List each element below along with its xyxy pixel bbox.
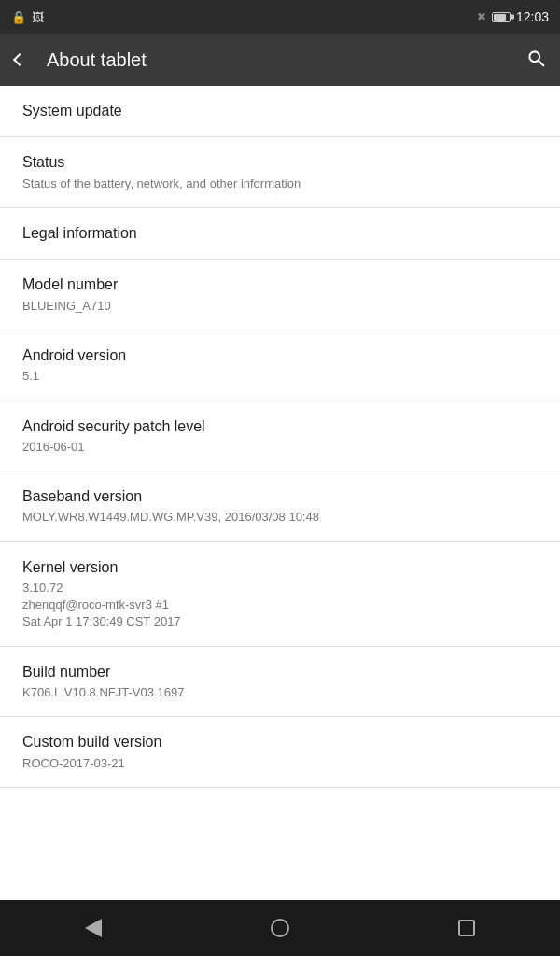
nav-home-icon [271, 919, 289, 937]
nav-recent-icon [458, 920, 475, 936]
custom-build-version-value: ROCO-2017-03-21 [22, 755, 538, 772]
status-bar-left-icons: 🔒 🖼 [11, 10, 44, 24]
system-update-title: System update [22, 101, 538, 121]
lock-icon: 🔒 [11, 10, 26, 24]
custom-build-version-item[interactable]: Custom build version ROCO-2017-03-21 [0, 717, 560, 788]
system-update-item[interactable]: System update [0, 86, 560, 137]
android-version-item[interactable]: Android version 5.1 [0, 330, 560, 401]
back-button[interactable] [15, 55, 28, 64]
content-area: System update Status Status of the batte… [0, 86, 560, 900]
search-icon [526, 49, 545, 67]
image-icon: 🖼 [32, 10, 44, 24]
no-signal-icon: ✖ [477, 10, 486, 23]
build-number-item[interactable]: Build number K706.L.V10.8.NFJT-V03.1697 [0, 647, 560, 718]
kernel-version-title: Kernel version [22, 557, 538, 578]
toolbar: About tablet [0, 34, 560, 86]
android-security-patch-title: Android security patch level [22, 416, 538, 437]
build-number-title: Build number [22, 662, 538, 682]
model-number-value: BLUEING_A710 [22, 298, 538, 315]
android-version-title: Android version [22, 345, 538, 366]
status-item[interactable]: Status Status of the battery, network, a… [0, 137, 560, 208]
nav-back-button[interactable] [65, 909, 121, 947]
legal-information-item[interactable]: Legal information [0, 208, 560, 260]
android-security-patch-item[interactable]: Android security patch level 2016-06-01 [0, 401, 560, 472]
nav-back-icon [85, 919, 102, 937]
baseband-version-item[interactable]: Baseband version MOLY.WR8.W1449.MD.WG.MP… [0, 471, 560, 542]
model-number-item[interactable]: Model number BLUEING_A710 [0, 260, 560, 330]
kernel-version-value: 3.10.72 zhenqqf@roco-mtk-svr3 #1 Sat Apr… [22, 580, 538, 631]
android-security-patch-value: 2016-06-01 [22, 439, 538, 456]
legal-information-title: Legal information [22, 223, 538, 244]
status-time: 12:03 [516, 9, 549, 24]
search-button[interactable] [526, 49, 545, 72]
status-subtitle: Status of the battery, network, and othe… [22, 176, 538, 192]
toolbar-title: About tablet [47, 49, 526, 71]
back-arrow-icon [13, 53, 26, 66]
nav-bar [0, 900, 560, 956]
status-bar: 🔒 🖼 ✖ 12:03 [0, 0, 560, 34]
android-version-value: 5.1 [22, 368, 538, 385]
nav-home-button[interactable] [252, 909, 308, 947]
baseband-version-title: Baseband version [22, 486, 538, 507]
status-title: Status [22, 152, 538, 173]
svg-line-1 [539, 60, 543, 64]
status-bar-right-icons: ✖ 12:03 [477, 9, 549, 24]
baseband-version-value: MOLY.WR8.W1449.MD.WG.MP.V39, 2016/03/08 … [22, 509, 538, 526]
model-number-title: Model number [22, 274, 538, 295]
build-number-value: K706.L.V10.8.NFJT-V03.1697 [22, 684, 538, 701]
nav-recent-button[interactable] [439, 909, 495, 947]
battery-icon [492, 12, 511, 22]
custom-build-version-title: Custom build version [22, 732, 538, 752]
kernel-version-item[interactable]: Kernel version 3.10.72 zhenqqf@roco-mtk-… [0, 542, 560, 647]
